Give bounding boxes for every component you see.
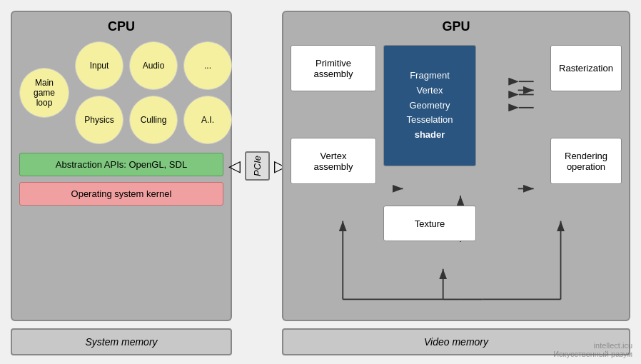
arrow-left-icon: ◁ [228,157,241,176]
box-rasterization: Rasterization [550,45,622,91]
circle-physics: Physics [75,96,123,144]
rendering-label: Rendering operation [565,151,607,172]
rasterization-label: Rasterization [559,63,613,74]
gpu-section: GPU [282,11,630,321]
cpu-title: CPU [19,19,223,34]
circle-dots: ... [183,41,232,90]
system-memory-label: System memory [85,336,157,348]
box-texture: Texture [383,206,476,241]
main-game-loop: Maingameloop [19,68,69,118]
gpu-boxes: Primitive assembly Rasterization Fragmen… [291,41,622,313]
watermark-line2: Искусственный разум [553,350,632,358]
watermark-line1: intellect.icu [553,341,632,350]
memory-spacer [239,328,275,355]
shader-label: FragmentVertexGeometryTesselationshader [406,69,453,143]
system-memory-box: System memory [11,328,232,355]
cpu-section: CPU Maingameloop Input Audio ... Physics… [11,11,232,321]
pcie-connector: ◁ PCIe ▷ [228,151,286,181]
box-vertex-assembly: Vertex assembly [291,138,376,184]
pcie-section: ◁ PCIe ▷ [239,11,275,321]
box-primitive-assembly: Primitive assembly [291,45,376,91]
primitive-assembly-label: Primitive assembly [314,58,353,79]
circle-ai: A.I. [183,96,232,144]
gpu-title: GPU [291,19,622,34]
circle-culling: Culling [129,96,178,144]
box-shader: FragmentVertexGeometryTesselationshader [383,45,476,166]
circles-grid: Input Audio ... Physics Culling A.I. [75,41,232,144]
box-rendering-operation: Rendering operation [550,138,622,184]
circle-input: Input [75,41,123,90]
watermark: intellect.icu Искусственный разум [553,341,632,358]
pcie-label: PCIe [245,151,270,181]
video-memory-label: Video memory [424,336,488,348]
vertex-assembly-label: Vertex assembly [314,151,353,172]
abstraction-bar: Abstraction APIs: OpenGL, SDL [19,153,223,176]
circle-audio: Audio [129,41,178,90]
os-bar: Operating system kernel [19,182,223,206]
memory-row: System memory Video memory [0,328,641,363]
texture-label: Texture [415,218,445,229]
